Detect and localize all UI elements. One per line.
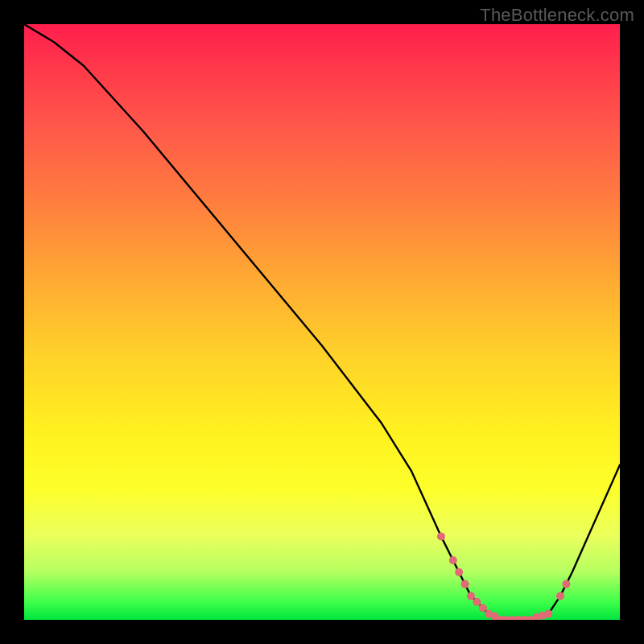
plot-gradient [24, 24, 620, 620]
attribution-text: TheBottleneck.com [480, 5, 634, 26]
chart-frame: TheBottleneck.com [0, 0, 644, 644]
